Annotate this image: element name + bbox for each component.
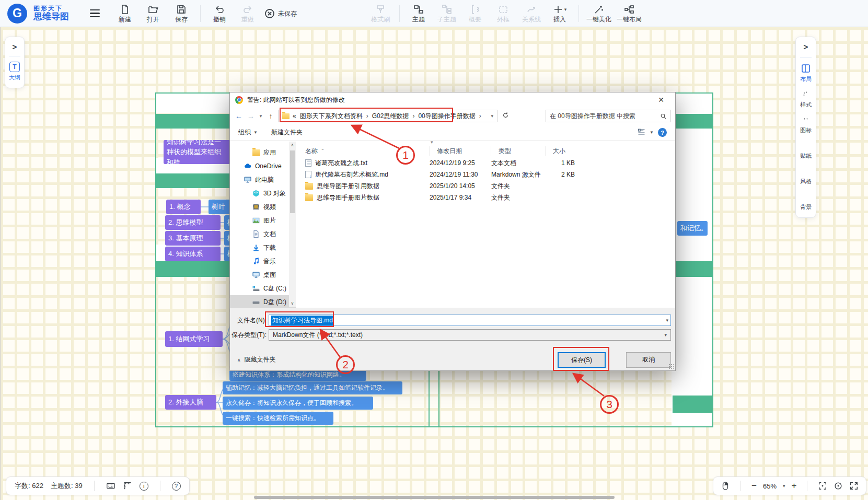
outline-icon[interactable]: T (9, 62, 20, 72)
address-dropdown-icon[interactable]: ▾ (491, 113, 493, 119)
history-chevron-icon[interactable]: ▾ (258, 113, 263, 119)
breadcrumb-root[interactable]: 图形天下系列文档资料 (300, 112, 363, 121)
save-button[interactable]: 保存 (170, 4, 193, 22)
panel-item-sticker[interactable]: 贴纸 (800, 140, 812, 160)
search-input[interactable]: 在 00导图操作手册数据 中搜索 (546, 110, 671, 122)
mindmap-node[interactable]: 2. 外接大脑 (165, 395, 216, 410)
nav-item-C盘 (C:)[interactable]: C盘 (C:) (230, 282, 296, 295)
nav-item-3D 对象[interactable]: 3D 对象 (230, 187, 296, 200)
fit-screen-icon[interactable] (818, 481, 827, 491)
mindmap-node[interactable]: 永久储存：将知识永久保存，便于回顾和搜索。 (223, 397, 373, 410)
locate-center-icon[interactable] (834, 481, 843, 491)
panel-item-theme[interactable]: 风格 (800, 166, 812, 185)
zoom-level[interactable]: 65% (763, 482, 777, 490)
close-icon[interactable]: ✕ (652, 96, 670, 104)
up-icon[interactable]: ↑ (266, 112, 275, 120)
nav-item-OneDrive[interactable]: OneDrive (230, 159, 296, 173)
breadcrumb-overflow[interactable]: « (293, 112, 296, 120)
app-toolbar: G 图形天下 思维导图 新建打开保存撤销重做未保存格式刷主题子主题概要外框关系线… (0, 0, 868, 27)
outline-label[interactable]: 大纲 (9, 74, 20, 82)
file-row[interactable]: 思维导图手册图片数据2025/1/17 9:34文件夹 (298, 192, 672, 203)
panel-item-style[interactable]: 样式 (800, 89, 812, 109)
panel-item-icon[interactable]: 图标 (800, 114, 812, 134)
nav-item-桌面[interactable]: 桌面 (230, 268, 296, 282)
scroll-up-icon[interactable]: ∧ (291, 143, 294, 147)
mindmap-node[interactable]: 辅助记忆：减轻大脑记忆负担，通过工具如笔记软件记录。 (223, 381, 402, 394)
mouse-icon[interactable] (721, 481, 730, 491)
panel-item-layout[interactable]: 布局 (800, 63, 812, 83)
filename-input[interactable]: 知识树学习法导图.md ▾ (269, 315, 671, 326)
breadcrumb[interactable]: « 图形天下系列文档资料 › G02思维数据 › 00导图操作手册数据 › (293, 112, 481, 121)
nav-item-此电脑[interactable]: 此电脑 (230, 173, 296, 187)
mindmap-canvas[interactable]: 知识树学习法是一种状的模型来组织和梳1. 概念2. 思维模型3. 基本原理4. … (0, 27, 868, 500)
mindmap-node[interactable]: 1. 结网式学习 (165, 331, 223, 347)
nav-item-文档[interactable]: 文档 (230, 227, 296, 241)
nav-item-D盘 (D:)[interactable]: D盘 (D:) (230, 295, 296, 309)
nav-item-应用[interactable]: 应用 (230, 146, 296, 159)
expand-right-panel-icon[interactable]: > (804, 42, 808, 51)
zoom-in-button[interactable]: + (792, 481, 797, 491)
keyboard-icon[interactable] (106, 481, 115, 491)
beautify-button[interactable]: 一键美化 (586, 4, 611, 22)
nav-pane-scrollbar[interactable]: ∧∨ (289, 142, 296, 307)
mindmap-node[interactable]: 4. 知识体系 (165, 247, 221, 261)
horizontal-scrollbar[interactable] (254, 496, 615, 499)
open-button[interactable]: 打开 (142, 4, 165, 22)
mindmap-node[interactable]: 一键搜索：快速检索所需知识点。 (223, 412, 333, 425)
unsaved-button[interactable]: 未保存 (264, 8, 297, 19)
view-mode-chevron-icon[interactable]: ▼ (650, 130, 654, 135)
zoom-dropdown-icon[interactable]: ▾ (783, 483, 785, 489)
file-row[interactable]: 思维导图手册引用数据2025/1/20 14:05文件夹 (298, 180, 672, 192)
insert-button[interactable]: ▾插入 (548, 4, 571, 22)
help-circle-icon[interactable]: ? (172, 482, 181, 491)
brush-icon (375, 4, 386, 15)
zoom-out-button[interactable]: − (751, 481, 757, 491)
scrollbar-thumb[interactable] (290, 150, 295, 213)
column-size[interactable]: 大小 (546, 146, 580, 156)
fullscreen-icon[interactable] (849, 481, 859, 491)
help-icon[interactable]: ? (658, 128, 667, 137)
forward-icon[interactable]: → (246, 112, 256, 120)
mindmap-node[interactable]: 2. 思维模型 (165, 215, 221, 230)
nav-item-下载[interactable]: 下载 (230, 241, 296, 254)
address-bar[interactable]: « 图形天下系列文档资料 › G02思维数据 › 00导图操作手册数据 › ▾ (278, 110, 497, 122)
mindmap-node[interactable]: 和记忆。 (677, 221, 708, 236)
savetype-select[interactable]: MarkDown文件 (*.md;*.txt;*.text) ▾ (269, 329, 671, 341)
mindmap-node[interactable]: 知识树学习法是一种状的模型来组织和梳 (164, 140, 230, 164)
cancel-button[interactable]: 取消 (626, 352, 671, 368)
menu-icon[interactable] (90, 9, 100, 17)
info-icon[interactable]: i (140, 482, 148, 491)
column-chevron-icon[interactable]: ▾ (431, 139, 433, 145)
scroll-down-icon[interactable]: ∨ (291, 301, 294, 306)
dialog-titlebar[interactable]: 警告: 此网站可以看到您所做的修改 ✕ (230, 92, 675, 107)
file-row[interactable]: 诸葛亮攻魏之战.txt2024/12/19 9:25文本文档1 KB (298, 157, 672, 169)
back-icon[interactable]: ← (234, 112, 244, 120)
view-mode-icon[interactable] (638, 128, 645, 137)
undo-icon (214, 4, 225, 15)
mindmap-node[interactable]: 1. 概念 (166, 200, 201, 214)
nav-item-图片[interactable]: 图片 (230, 214, 296, 227)
mindmap-node[interactable]: 3. 基本原理 (165, 231, 221, 246)
auto-layout-button[interactable]: 一键布局 (617, 4, 642, 22)
topic-button[interactable]: 主题 (407, 4, 430, 22)
hide-folders-button[interactable]: ∧隐藏文件夹 (237, 355, 276, 364)
column-type[interactable]: 类型 (491, 146, 546, 156)
expand-left-panel-icon[interactable]: > (13, 42, 17, 51)
new-folder-button[interactable]: 新建文件夹 (271, 128, 303, 137)
save-button[interactable]: 保存(S) (558, 352, 606, 368)
nav-item-音乐[interactable]: 音乐 (230, 254, 296, 268)
breadcrumb-level2[interactable]: G02思维数据 (372, 112, 409, 121)
filename-dropdown-icon[interactable]: ▾ (666, 318, 668, 323)
column-date[interactable]: 修改日期 (430, 146, 491, 156)
nav-item-视频[interactable]: 视频 (230, 200, 296, 214)
organize-menu[interactable]: 组织▼ (238, 128, 258, 137)
new-button[interactable]: 新建 (113, 4, 136, 22)
ruler-icon[interactable] (123, 481, 132, 491)
mindmap-node[interactable]: 树叶 (209, 200, 230, 214)
panel-item-background[interactable]: 背景 (800, 191, 812, 211)
breadcrumb-level3[interactable]: 00导图操作手册数据 (418, 112, 475, 121)
file-row[interactable]: 唐代陵墓石刻艺术概览.md2024/12/19 11:30Markdown 源文… (298, 169, 672, 180)
refresh-icon[interactable] (500, 112, 511, 120)
undo-button[interactable]: 撤销 (208, 4, 231, 22)
resize-grip[interactable] (668, 364, 674, 369)
